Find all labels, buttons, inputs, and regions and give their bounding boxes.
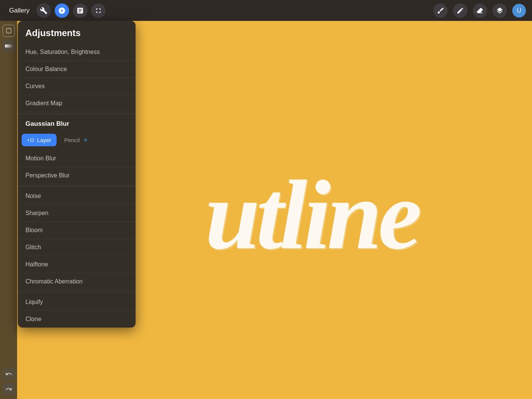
divider-2	[18, 186, 136, 186]
gallery-button[interactable]: Gallery	[6, 5, 33, 16]
menu-item-chromatic-aberration[interactable]: Chromatic Aberration	[18, 273, 136, 290]
gaussian-blur-header: Gaussian Blur	[18, 116, 136, 131]
menu-item-perspective-blur[interactable]: Perspective Blur	[18, 167, 136, 184]
square-icon	[6, 28, 12, 34]
avatar: U	[512, 4, 526, 17]
redo-icon	[5, 386, 12, 393]
svg-rect-1	[5, 44, 13, 48]
tab-bar: +⊡ Layer Pencil ✳	[18, 131, 136, 150]
panel-title: Adjustments	[18, 21, 136, 44]
undo-icon	[5, 370, 12, 377]
menu-item-hue[interactable]: Hue, Saturation, Brightness	[18, 44, 136, 61]
artwork-text: utline	[205, 158, 418, 272]
transform-icon	[95, 7, 102, 14]
toolbar-left: Gallery	[6, 3, 433, 18]
menu-item-motion-blur[interactable]: Motion Blur	[18, 150, 136, 167]
script-icon	[76, 7, 84, 14]
divider-3	[18, 292, 136, 292]
menu-item-colour-balance[interactable]: Colour Balance	[18, 61, 136, 78]
sidebar-square-button[interactable]	[3, 25, 15, 37]
menu-item-glitch[interactable]: Glitch	[18, 239, 136, 256]
left-sidebar	[0, 21, 17, 399]
layer-tab-label: Layer	[37, 137, 52, 143]
brush-button[interactable]	[433, 3, 448, 18]
toolbar-right: U	[433, 3, 526, 18]
menu-item-halftone[interactable]: Halftone	[18, 256, 136, 273]
layers-button[interactable]	[493, 3, 507, 18]
eraser-icon	[476, 7, 484, 14]
eraser-button[interactable]	[473, 3, 487, 18]
svg-rect-0	[6, 28, 11, 33]
layer-tab-icon: +⊡	[27, 137, 34, 143]
menu-item-sharpen[interactable]: Sharpen	[18, 205, 136, 222]
wrench-button[interactable]	[36, 3, 51, 18]
menu-item-curves[interactable]: Curves	[18, 78, 136, 95]
layers-icon	[496, 7, 504, 14]
wrench-icon	[40, 7, 47, 14]
menu-item-bloom[interactable]: Bloom	[18, 222, 136, 239]
script-button[interactable]	[73, 3, 87, 18]
menu-item-clone[interactable]: Clone	[18, 311, 136, 328]
pencil-tab[interactable]: Pencil ✳	[59, 134, 93, 146]
menu-item-gradient-map[interactable]: Gradient Map	[18, 95, 136, 112]
divider-1	[18, 114, 136, 114]
layer-tab[interactable]: +⊡ Layer	[22, 134, 57, 146]
pencil-tab-label: Pencil	[64, 137, 80, 143]
brush-icon	[437, 7, 444, 14]
menu-item-liquify[interactable]: Liquify	[18, 294, 136, 311]
adjustments-panel: Adjustments Hue, Saturation, Brightness …	[18, 21, 136, 328]
adjustments-icon	[58, 7, 66, 14]
sidebar-gradient-button[interactable]	[3, 40, 15, 52]
transform-button[interactable]	[91, 3, 106, 18]
top-toolbar: Gallery	[0, 0, 532, 21]
smudge-button[interactable]	[453, 3, 467, 18]
redo-button[interactable]	[3, 383, 15, 395]
gradient-icon	[5, 44, 13, 48]
undo-button[interactable]	[3, 368, 15, 380]
smudge-icon	[456, 7, 464, 14]
menu-item-noise[interactable]: Noise	[18, 188, 136, 205]
adjustments-button[interactable]	[55, 3, 69, 18]
pencil-tab-icon: ✳	[84, 137, 88, 143]
